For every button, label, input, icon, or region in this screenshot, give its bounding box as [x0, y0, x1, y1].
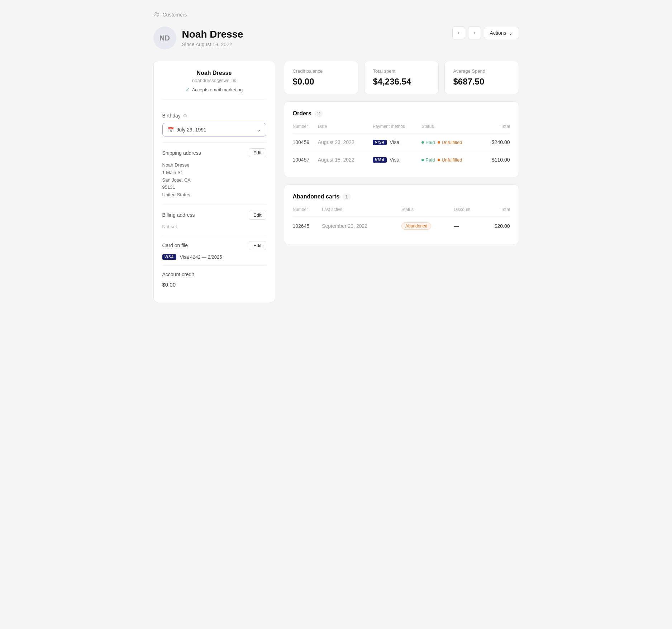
calendar-icon: 📅: [168, 127, 174, 133]
right-column: Credit balance $0.00 Total spent $4,236.…: [284, 61, 519, 302]
customers-icon: [153, 11, 160, 18]
chevron-right-icon: ›: [473, 30, 475, 36]
visa-logo: VISA: [162, 254, 176, 260]
table-row[interactable]: 100459 August 23, 2022 VISA Visa Paid Un…: [293, 134, 510, 151]
payment-label: Visa: [390, 139, 399, 145]
visa-logo: VISA: [373, 140, 387, 145]
card-edit-button[interactable]: Edit: [249, 241, 266, 250]
table-row[interactable]: 100457 August 18, 2022 VISA Visa Paid Un…: [293, 151, 510, 169]
billing-address-section: Billing address Edit Not set: [162, 205, 266, 235]
birthday-value: July 29, 1991: [177, 127, 206, 133]
orders-header: Orders 2: [293, 110, 510, 117]
abandoned-carts-count: 1: [342, 193, 351, 200]
svg-point-1: [157, 13, 158, 14]
cart-total: $20.00: [483, 217, 510, 236]
average-spend-label: Average Spend: [453, 68, 510, 74]
col-ac-status: Status: [401, 207, 454, 217]
gear-icon[interactable]: ⚙: [183, 113, 187, 119]
status-unfulfilled: Unfulfilled: [438, 157, 462, 163]
orders-count: 2: [314, 110, 323, 117]
stats-row: Credit balance $0.00 Total spent $4,236.…: [284, 61, 519, 94]
avatar: ND: [153, 27, 176, 49]
shipping-address-section: Shipping address Edit Noah Dresse 1 Main…: [162, 143, 266, 205]
card-number: Visa 4242 — 2/2025: [180, 254, 222, 260]
card-on-file-detail: VISA Visa 4242 — 2/2025: [162, 254, 266, 260]
header-actions: ‹ › Actions ⌄: [452, 27, 519, 39]
orders-card: Orders 2 Number Date Payment method Stat…: [284, 101, 519, 177]
paid-dot: [421, 159, 424, 161]
account-credit-value: $0.00: [162, 282, 266, 288]
table-row[interactable]: 102645 September 20, 2022 Abandoned — $2…: [293, 217, 510, 236]
birthday-select[interactable]: 📅 July 29, 1991 ⌄: [162, 123, 266, 136]
order-date: August 23, 2022: [318, 139, 354, 145]
main-layout: Noah Dresse noahdresse@swell.is ✓ Accept…: [153, 61, 519, 302]
birthday-label: Birthday: [162, 113, 181, 119]
shipping-line2: 1 Main St: [162, 169, 266, 177]
credit-balance-value: $0.00: [293, 77, 349, 87]
birthday-section: Birthday ⚙ 📅 July 29, 1991 ⌄: [162, 107, 266, 143]
prev-button[interactable]: ‹: [452, 27, 465, 39]
credit-balance-label: Credit balance: [293, 68, 349, 74]
status-unfulfilled: Unfulfilled: [438, 140, 462, 145]
abandoned-carts-table: Number Last active Status Discount Total…: [293, 207, 510, 235]
order-date: August 18, 2022: [318, 157, 354, 163]
paid-dot: [421, 141, 424, 144]
next-button[interactable]: ›: [468, 27, 481, 39]
card-on-file-label: Card on file: [162, 243, 188, 248]
credit-balance-card: Credit balance $0.00: [284, 61, 358, 94]
email-marketing: ✓ Accepts email marketing: [162, 87, 266, 92]
average-spend-value: $687.50: [453, 77, 510, 87]
dropdown-icon: ⌄: [257, 127, 261, 133]
check-icon: ✓: [186, 87, 190, 92]
billing-address-header: Billing address Edit: [162, 211, 266, 220]
shipping-line3: San Jose, CA: [162, 177, 266, 184]
svg-point-0: [155, 13, 157, 14]
abandoned-carts-header: Abandoned carts 1: [293, 193, 510, 200]
account-credit-section: Account credit $0.00: [162, 266, 266, 293]
customer-name: Noah Dresse: [162, 70, 266, 76]
order-total: $240.00: [482, 134, 510, 151]
actions-button[interactable]: Actions ⌄: [484, 27, 519, 39]
col-number: Number: [293, 124, 318, 134]
email-marketing-label: Accepts email marketing: [192, 87, 243, 92]
page-header: ND Noah Dresse Since August 18, 2022 ‹ ›…: [153, 27, 519, 49]
shipping-address-text: Noah Dresse 1 Main St San Jose, CA 95131…: [162, 162, 266, 199]
order-number: 100457: [293, 157, 310, 163]
shipping-address-header: Shipping address Edit: [162, 148, 266, 157]
cart-status: Abandoned: [401, 222, 431, 230]
order-total: $110.00: [482, 151, 510, 169]
birthday-title: Birthday ⚙: [162, 113, 187, 119]
col-ac-discount: Discount: [454, 207, 483, 217]
breadcrumb: Customers: [153, 11, 519, 18]
shipping-line1: Noah Dresse: [162, 162, 266, 169]
shipping-edit-button[interactable]: Edit: [249, 148, 266, 157]
page-title: Noah Dresse: [182, 29, 243, 40]
card-on-file-section: Card on file Edit VISA Visa 4242 — 2/202…: [162, 235, 266, 266]
payment-label: Visa: [390, 157, 399, 163]
status-badges: Paid Unfulfilled: [421, 157, 482, 163]
actions-label: Actions: [490, 30, 506, 36]
abandoned-carts-card: Abandoned carts 1 Number Last active Sta…: [284, 184, 519, 244]
billing-edit-button[interactable]: Edit: [249, 211, 266, 220]
unfulfilled-dot: [438, 141, 440, 144]
orders-title: Orders: [293, 110, 311, 117]
col-total: Total: [482, 124, 510, 134]
col-ac-total: Total: [483, 207, 510, 217]
col-ac-number: Number: [293, 207, 322, 217]
breadcrumb-label[interactable]: Customers: [163, 12, 187, 18]
billing-label: Billing address: [162, 212, 195, 218]
chevron-down-icon: ⌄: [509, 30, 513, 36]
shipping-label: Shipping address: [162, 150, 201, 156]
total-spent-label: Total spent: [373, 68, 430, 74]
total-spent-value: $4,236.54: [373, 77, 430, 87]
cart-discount: —: [454, 217, 483, 236]
payment-method: VISA Visa: [373, 157, 421, 163]
average-spend-card: Average Spend $687.50: [444, 61, 519, 94]
billing-address-title: Billing address: [162, 212, 195, 218]
order-number: 100459: [293, 139, 310, 145]
cart-last-active: September 20, 2022: [322, 223, 367, 229]
visa-logo: VISA: [373, 157, 387, 163]
shipping-address-title: Shipping address: [162, 150, 201, 156]
orders-table: Number Date Payment method Status Total …: [293, 124, 510, 168]
shipping-line5: United States: [162, 191, 266, 199]
